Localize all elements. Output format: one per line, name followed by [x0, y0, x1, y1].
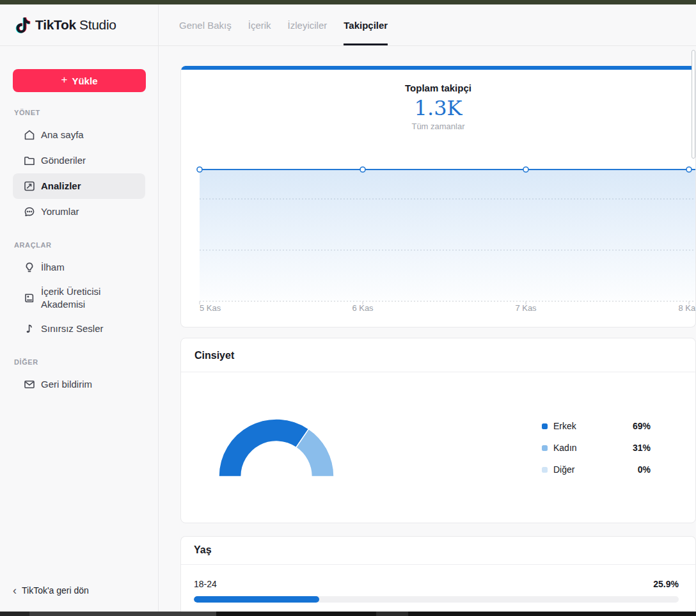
home-icon: [23, 129, 36, 141]
x-tick-label: 8 Kas: [678, 303, 696, 313]
analytics-icon: [23, 180, 36, 193]
os-taskbar: [0, 612, 696, 616]
legend-row-female[interactable]: Kadın 31%: [542, 437, 651, 459]
sidebar-section-other: DİĞER: [14, 358, 158, 366]
back-to-tiktok-label: TikTok'a geri dön: [22, 585, 89, 596]
window-top-strip: [0, 0, 696, 4]
age-bucket-pct: 25.9%: [653, 579, 679, 589]
age-bucket-label: 18-24: [194, 579, 217, 589]
age-row-18-24: 18-24 25.9%: [194, 579, 679, 603]
total-followers-card: Toplam takipçi 1.3K Tüm zamanlar: [180, 66, 696, 328]
analytics-tabs: Genel Bakış İçerik İzleyiciler Takipçile…: [159, 4, 696, 46]
legend-swatch-other: [542, 467, 548, 473]
legend-swatch-female: [542, 445, 548, 451]
gender-half-donut-chart[interactable]: [218, 418, 335, 478]
tab-viewers[interactable]: İzleyiciler: [288, 4, 328, 45]
tab-content[interactable]: İçerik: [248, 4, 271, 45]
legend-swatch-male: [542, 423, 548, 429]
age-card: Yaş 18-24 25.9%: [180, 536, 696, 612]
folder-icon: [23, 154, 36, 167]
sidebar-section-manage: YÖNET: [14, 109, 158, 116]
tab-followers[interactable]: Takipçiler: [344, 4, 388, 45]
vertical-scrollbar-thumb[interactable]: [692, 50, 695, 159]
sidebar-item-unlimited-sounds[interactable]: Sınırsız Sesler: [13, 316, 145, 342]
chat-bubble-icon: [23, 205, 36, 218]
gender-card-title: Cinsiyet: [181, 338, 695, 372]
tiktok-note-icon: [15, 17, 31, 34]
card-accent-bar: [181, 66, 695, 70]
main-content: Genel Bakış İçerik İzleyiciler Takipçile…: [159, 4, 696, 612]
x-tick-label: 5 Kas: [200, 303, 221, 313]
sidebar-item-creator-academy[interactable]: İçerik Üreticisi Akademisi: [13, 280, 145, 316]
x-tick-label: 7 Kas: [515, 303, 536, 313]
mail-icon: [23, 378, 36, 391]
upload-button[interactable]: + Yükle: [13, 69, 146, 92]
back-to-tiktok-link[interactable]: ‹ TikTok'a geri dön: [13, 585, 89, 596]
academy-book-icon: [23, 292, 36, 304]
sidebar-item-posts[interactable]: Gönderiler: [13, 148, 145, 173]
tiktok-studio-app: TikTokStudio + Yükle YÖNET Ana sayfa Gön…: [0, 4, 696, 612]
plus-icon: +: [61, 74, 68, 86]
legend-row-male[interactable]: Erkek 69%: [542, 415, 651, 437]
sidebar-item-inspiration[interactable]: İlham: [13, 255, 145, 280]
x-axis-labels: 5 Kas 6 Kas 7 Kas 8 Kas: [181, 303, 696, 315]
followers-count: 1.3K: [181, 97, 695, 119]
age-progress-fill: [194, 596, 319, 603]
sidebar-section-tools: ARAÇLAR: [14, 241, 158, 249]
app-logo[interactable]: TikTokStudio: [0, 4, 158, 46]
tab-overview[interactable]: Genel Bakış: [179, 4, 232, 45]
chevron-left-icon: ‹: [13, 586, 17, 595]
age-card-title: Yaş: [181, 537, 695, 565]
gender-card: Cinsiyet Erkek 69% Kadın 31% Diğe: [180, 338, 696, 523]
followers-line-chart[interactable]: [181, 155, 696, 309]
sidebar-item-analytics[interactable]: Analizler: [13, 173, 145, 199]
lightbulb-icon: [23, 261, 36, 274]
sidebar: TikTokStudio + Yükle YÖNET Ana sayfa Gön…: [0, 4, 159, 612]
legend-row-other[interactable]: Diğer 0%: [542, 459, 651, 480]
sidebar-item-home[interactable]: Ana sayfa: [13, 122, 145, 148]
upload-button-label: Yükle: [72, 75, 97, 86]
followers-card-title: Toplam takipçi: [181, 83, 695, 93]
gender-legend: Erkek 69% Kadın 31% Diğer 0%: [542, 415, 651, 480]
app-title: TikTokStudio: [35, 17, 116, 33]
x-tick-label: 6 Kas: [352, 303, 373, 313]
sidebar-item-feedback[interactable]: Geri bildirim: [13, 372, 145, 397]
sidebar-item-comments[interactable]: Yorumlar: [13, 199, 145, 225]
music-note-icon: [23, 322, 36, 335]
age-progress-track: [194, 596, 679, 603]
followers-period: Tüm zamanlar: [181, 122, 695, 131]
